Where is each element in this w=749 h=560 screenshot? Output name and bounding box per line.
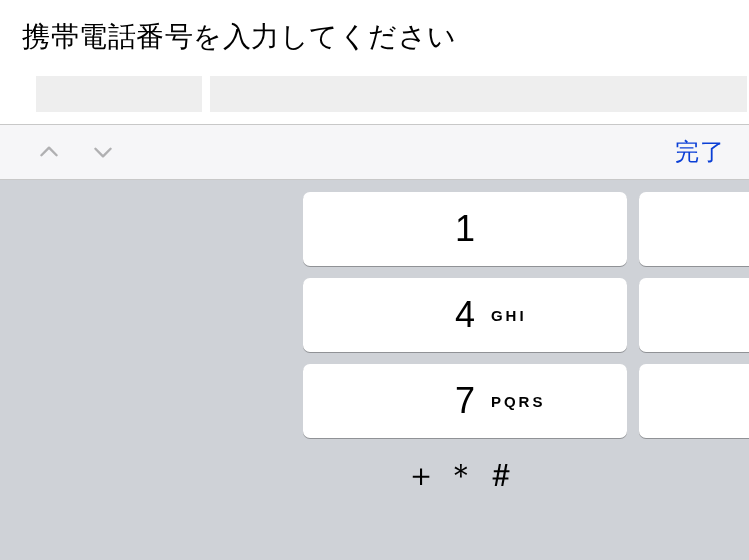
numeric-keypad: 1 4 GHI 7 PQRS ＋＊＃ [0,180,749,560]
keyboard-toolbar: 完了 [0,124,749,180]
toolbar-nav [36,139,116,165]
key-8-partial[interactable] [639,364,749,438]
page-header: 携帯電話番号を入力してください [0,0,749,76]
keypad-row-symbols: ＋＊＃ [0,454,749,498]
keypad-row-3: 7 PQRS [0,364,749,438]
page-title: 携帯電話番号を入力してください [22,18,727,56]
country-code-input[interactable] [36,76,202,112]
keypad-row-1: 1 [0,192,749,266]
key-2-partial[interactable] [639,192,749,266]
key-5-partial[interactable] [639,278,749,352]
phone-input-row [0,76,749,112]
key-7[interactable]: 7 PQRS [303,364,627,438]
key-digit: 7 [455,380,475,422]
key-digit: 4 [455,294,475,336]
key-1[interactable]: 1 [303,192,627,266]
keypad-row-2: 4 GHI [0,278,749,352]
key-letters: GHI [491,307,527,324]
chevron-up-icon[interactable] [36,139,62,165]
key-digit: 1 [455,208,475,250]
phone-number-input[interactable] [210,76,747,112]
done-button[interactable]: 完了 [675,136,725,168]
chevron-down-icon[interactable] [90,139,116,165]
key-symbols[interactable]: ＋＊＃ [303,454,627,498]
key-letters: PQRS [491,393,546,410]
key-4[interactable]: 4 GHI [303,278,627,352]
